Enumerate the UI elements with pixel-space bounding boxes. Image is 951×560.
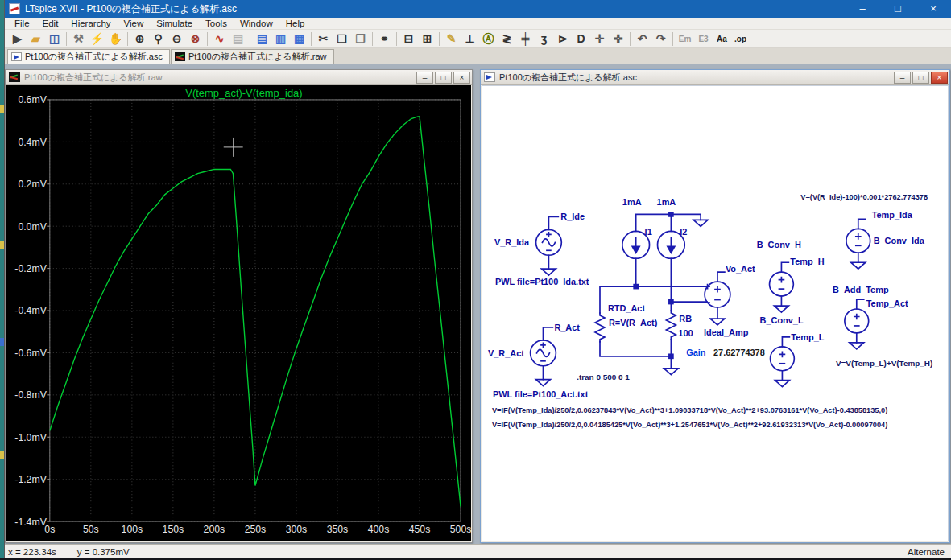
label-gain[interactable]: Gain xyxy=(686,348,705,357)
cascade-icon[interactable]: ▦ xyxy=(290,31,308,47)
tab-schematic[interactable]: Pt100の複合補正式による解析.asc xyxy=(7,49,170,64)
equation-add-temp[interactable]: V=V(Temp_L)+V(Temp_H) xyxy=(836,359,932,368)
cut-icon[interactable]: ✂ xyxy=(314,31,333,47)
menu-help[interactable]: Help xyxy=(279,19,312,28)
capacitor-icon[interactable]: ╪ xyxy=(516,31,535,47)
spice-directive-icon[interactable]: .op xyxy=(731,31,750,47)
tile-horizontal-icon[interactable]: ▤ xyxy=(253,31,271,47)
halt-icon[interactable]: ✋ xyxy=(106,31,125,47)
open-file-icon[interactable]: ▰ xyxy=(27,31,45,47)
new-schematic-icon[interactable]: ▶ xyxy=(8,31,27,47)
menu-file[interactable]: File xyxy=(8,19,36,28)
net-label-r-ide[interactable]: R_Ide xyxy=(560,212,585,221)
net-label-temp-ida[interactable]: Temp_Ida xyxy=(872,210,913,220)
waveform-pane-icon[interactable]: ∿ xyxy=(210,31,229,47)
tile-vertical-icon[interactable]: ▥ xyxy=(271,31,290,47)
label-b-conv-ida[interactable]: B_Conv_Ida xyxy=(874,236,925,245)
source-v-r-act[interactable] xyxy=(531,340,556,366)
waveform-window-titlebar[interactable]: Pt100の複合補正式による解析.raw – □ × xyxy=(6,70,472,85)
formula-high[interactable]: V=IF(V(Temp_Ida)/250/2,0.06237843*V(Vo_A… xyxy=(492,406,887,414)
print-preview-icon[interactable]: ⊞ xyxy=(418,31,436,47)
schematic-canvas[interactable]: R_Ide V_R_Ida PWL file=Pt100_Ida.txt R_A… xyxy=(482,85,949,541)
plot-minimize-button[interactable]: – xyxy=(416,72,433,84)
plot-close-button[interactable]: × xyxy=(453,72,470,84)
redo-icon[interactable]: ↷ xyxy=(651,31,670,47)
inductor-icon[interactable]: ʒ xyxy=(535,31,553,47)
net-label-temp-l[interactable]: Temp_L xyxy=(791,332,824,342)
close-button[interactable]: × xyxy=(916,0,951,18)
print-icon[interactable]: ⊟ xyxy=(399,31,418,47)
schematic-close-button[interactable]: × xyxy=(931,72,948,84)
control-panel-icon[interactable]: ⚒ xyxy=(69,31,88,47)
zoom-area-icon[interactable]: ⚲ xyxy=(149,31,167,47)
waveform-plot-canvas[interactable]: 0.6mV0.4mV0.2mV0.0mV-0.2mV-0.4mV-0.6mV-0… xyxy=(6,85,471,541)
menu-view[interactable]: View xyxy=(118,19,151,28)
tab-waveform[interactable]: Pt100の複合補正式による解析.raw xyxy=(171,49,334,64)
source-b-conv-l[interactable] xyxy=(771,347,795,371)
maximize-button[interactable]: □ xyxy=(880,0,916,18)
wire-icon[interactable]: ✎ xyxy=(442,31,461,47)
label-icon[interactable]: Ⓐ xyxy=(479,31,498,47)
label-gain-value[interactable]: 27.62774378 xyxy=(713,348,765,357)
schematic-restore-button[interactable]: □ xyxy=(912,72,929,84)
trace-label[interactable]: V(temp_act)-V(temp_ida) xyxy=(185,87,302,99)
directive-pwl-act[interactable]: PWL file=Pt100_Act.txt xyxy=(493,389,589,399)
directive-tran[interactable]: .tran 0 500 0 1 xyxy=(577,373,630,381)
resistor-rb[interactable] xyxy=(666,311,676,340)
schematic-minimize-button[interactable]: – xyxy=(894,72,911,84)
equation-ida[interactable]: V=(V(R_Ide)-100)*0.001*2762.774378 xyxy=(800,193,928,201)
undo-icon[interactable]: ↶ xyxy=(633,31,651,47)
label-i2[interactable]: I2 xyxy=(680,227,687,237)
menu-tools[interactable]: Tools xyxy=(199,19,234,28)
label-i1-value[interactable]: 1mA xyxy=(622,197,642,207)
label-v-r-act[interactable]: V_R_Act xyxy=(488,348,524,358)
ideal-amp[interactable] xyxy=(705,282,730,307)
move-icon[interactable]: ✛ xyxy=(590,31,609,47)
label-rb[interactable]: RB xyxy=(679,314,692,323)
resistor-icon[interactable]: ≷ xyxy=(498,31,516,47)
drag-icon[interactable]: ✜ xyxy=(609,31,627,47)
schematic-window-titlebar[interactable]: Pt100の複合補正式による解析.asc – □ × xyxy=(481,70,949,85)
zoom-out-icon[interactable]: ⊖ xyxy=(167,31,186,47)
find-icon[interactable]: ⚭ xyxy=(375,31,394,47)
text-icon[interactable]: Aa xyxy=(713,31,731,47)
net-label-temp-h[interactable]: Temp_H xyxy=(790,257,824,266)
menu-hierarchy[interactable]: Hierarchy xyxy=(64,19,117,28)
component-icon[interactable]: D xyxy=(572,31,590,47)
menu-window[interactable]: Window xyxy=(234,19,279,28)
save-icon[interactable]: ◫ xyxy=(45,31,64,47)
menu-simulate[interactable]: Simulate xyxy=(150,19,199,28)
netlist-pane-icon[interactable]: ▤ xyxy=(229,31,247,47)
net-label-vo-act[interactable]: Vo_Act xyxy=(726,264,755,274)
resistor-rtd-act[interactable] xyxy=(595,313,605,342)
label-rtd-act[interactable]: RTD_Act xyxy=(608,303,645,313)
label-v-r-ida[interactable]: V_R_Ida xyxy=(494,237,530,247)
em-icon[interactable]: Em xyxy=(676,31,694,47)
formula-low[interactable]: V=IF(V(Temp_Ida)/250/2,0,0.04185425*V(Vo… xyxy=(492,421,887,429)
menu-edit[interactable]: Edit xyxy=(36,19,65,28)
source-v-r-ida[interactable] xyxy=(536,229,562,255)
zoom-fit-icon[interactable]: ⊗ xyxy=(186,31,205,47)
source-b-add-temp[interactable] xyxy=(845,309,869,333)
label-b-add-temp[interactable]: B_Add_Temp xyxy=(833,285,889,294)
label-rb-value[interactable]: 100 xyxy=(678,328,693,338)
plot-restore-button[interactable]: □ xyxy=(435,72,452,84)
ground-icon[interactable]: ⊥ xyxy=(461,31,479,47)
minimize-button[interactable]: – xyxy=(845,0,880,18)
diode-icon[interactable]: ⊳ xyxy=(553,31,572,47)
paste-icon[interactable]: ❐ xyxy=(351,31,370,47)
zoom-in-icon[interactable]: ⊕ xyxy=(130,31,149,47)
source-b-conv-h[interactable] xyxy=(770,272,794,296)
label-b-conv-h[interactable]: B_Conv_H xyxy=(757,240,801,249)
net-label-temp-act[interactable]: Temp_Act xyxy=(866,299,908,308)
label-rtd-value[interactable]: R=V(R_Act) xyxy=(609,318,658,327)
directive-pwl-ida[interactable]: PWL file=Pt100_Ida.txt xyxy=(495,277,589,286)
copy-icon[interactable]: ❏ xyxy=(333,31,351,47)
label-b-conv-l[interactable]: B_Conv_L xyxy=(760,315,804,325)
label-i1[interactable]: I1 xyxy=(645,227,652,237)
e3-icon[interactable]: E3 xyxy=(694,31,713,47)
label-ideal-amp[interactable]: Ideal_Amp xyxy=(704,327,749,337)
net-label-r-act[interactable]: R_Act xyxy=(554,323,580,332)
label-i2-value[interactable]: 1mA xyxy=(657,197,676,207)
run-icon[interactable]: ⚡ xyxy=(88,31,106,47)
